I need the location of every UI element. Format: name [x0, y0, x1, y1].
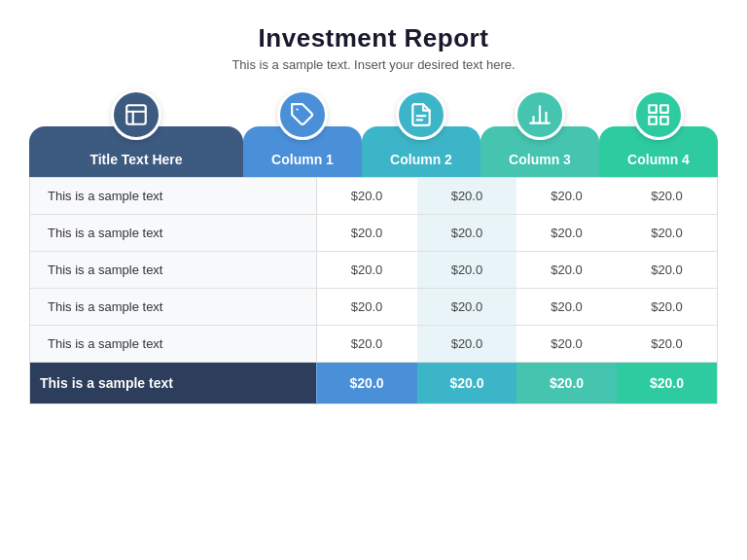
- footer-label: This is a sample text: [30, 363, 317, 404]
- page-subtitle: This is a sample text. Insert your desir…: [231, 57, 515, 72]
- doc-icon: [396, 89, 446, 140]
- row-value-col4: $20.0: [617, 252, 718, 289]
- row-value-col1: $20.0: [316, 178, 417, 215]
- col-header-1: Column 1: [243, 89, 362, 177]
- col-header-3: Column 3: [480, 89, 599, 177]
- table-row: This is a sample text$20.0$20.0$20.0$20.…: [30, 215, 718, 252]
- row-label: This is a sample text: [30, 326, 317, 363]
- row-label: This is a sample text: [30, 178, 317, 215]
- row-label: This is a sample text: [30, 289, 317, 326]
- row-value-col3: $20.0: [516, 252, 617, 289]
- row-value-col2: $20.0: [417, 326, 517, 363]
- row-value-col4: $20.0: [617, 215, 718, 252]
- footer-value-col2: $20.0: [417, 363, 517, 404]
- row-value-col2: $20.0: [417, 289, 517, 326]
- svg-rect-0: [126, 105, 146, 124]
- header: Investment Report This is a sample text.…: [231, 23, 515, 72]
- footer-value-col3: $20.0: [516, 363, 617, 404]
- page-title: Investment Report: [231, 23, 515, 53]
- row-value-col1: $20.0: [316, 252, 417, 289]
- table-icon: [111, 89, 161, 140]
- column-headers: Title Text Here Column 1: [29, 89, 718, 177]
- table-row: This is a sample text$20.0$20.0$20.0$20.…: [30, 252, 718, 289]
- col-header-title: Title Text Here: [29, 89, 243, 177]
- row-value-col1: $20.0: [316, 326, 417, 363]
- svg-rect-11: [660, 105, 668, 113]
- footer-value-col1: $20.0: [316, 363, 417, 404]
- data-table: This is a sample text$20.0$20.0$20.0$20.…: [29, 177, 718, 404]
- footer-row: This is a sample text$20.0$20.0$20.0$20.…: [30, 363, 718, 404]
- table-row: This is a sample text$20.0$20.0$20.0$20.…: [30, 289, 718, 326]
- tag-icon: [277, 89, 328, 140]
- row-value-col4: $20.0: [617, 289, 718, 326]
- col-header-4: Column 4: [599, 89, 718, 177]
- table-row: This is a sample text$20.0$20.0$20.0$20.…: [30, 178, 718, 215]
- col-header-2: Column 2: [362, 89, 480, 177]
- row-value-col4: $20.0: [617, 326, 718, 363]
- svg-rect-10: [649, 105, 657, 113]
- row-value-col2: $20.0: [417, 252, 517, 289]
- grid-icon: [633, 89, 684, 140]
- table-wrapper: Title Text Here Column 1: [29, 89, 718, 404]
- row-value-col1: $20.0: [316, 289, 417, 326]
- table-row: This is a sample text$20.0$20.0$20.0$20.…: [30, 326, 718, 363]
- svg-rect-12: [649, 117, 657, 124]
- row-value-col2: $20.0: [417, 215, 517, 252]
- row-value-col3: $20.0: [516, 178, 617, 215]
- row-value-col1: $20.0: [316, 215, 417, 252]
- page: Investment Report This is a sample text.…: [0, 0, 747, 560]
- svg-rect-13: [660, 117, 668, 124]
- row-value-col4: $20.0: [617, 178, 718, 215]
- row-value-col3: $20.0: [516, 326, 617, 363]
- row-label: This is a sample text: [30, 215, 317, 252]
- footer-value-col4: $20.0: [617, 363, 718, 404]
- row-label: This is a sample text: [30, 252, 317, 289]
- row-value-col3: $20.0: [516, 215, 617, 252]
- row-value-col2: $20.0: [417, 178, 517, 215]
- row-value-col3: $20.0: [516, 289, 617, 326]
- chart-icon: [515, 89, 565, 140]
